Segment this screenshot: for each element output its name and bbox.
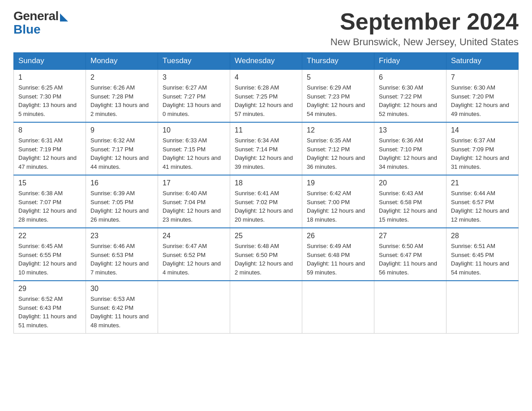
sunrise-label: Sunrise: 6:36 AM <box>379 137 423 144</box>
title-area: September 2024 New Brunswick, New Jersey… <box>330 9 519 48</box>
weekday-header-sunday: Sunday <box>14 53 86 70</box>
sunset-label: Sunset: 7:15 PM <box>163 146 206 153</box>
day-number: 4 <box>235 73 297 81</box>
calendar-cell: 19 Sunrise: 6:42 AM Sunset: 7:00 PM Dayl… <box>302 175 374 228</box>
day-info: Sunrise: 6:28 AM Sunset: 7:25 PM Dayligh… <box>235 83 297 118</box>
calendar-cell: 13 Sunrise: 6:36 AM Sunset: 7:10 PM Dayl… <box>374 122 446 175</box>
day-info: Sunrise: 6:31 AM Sunset: 7:19 PM Dayligh… <box>18 136 81 171</box>
day-number: 15 <box>18 179 81 187</box>
sunset-label: Sunset: 7:10 PM <box>379 146 422 153</box>
sunrise-label: Sunrise: 6:34 AM <box>235 137 279 144</box>
calendar-cell: 22 Sunrise: 6:45 AM Sunset: 6:55 PM Dayl… <box>14 228 86 281</box>
calendar-cell <box>446 281 519 334</box>
calendar-cell: 28 Sunrise: 6:51 AM Sunset: 6:45 PM Dayl… <box>446 228 519 281</box>
day-number: 24 <box>163 232 225 240</box>
calendar-cell: 21 Sunrise: 6:44 AM Sunset: 6:57 PM Dayl… <box>446 175 519 228</box>
calendar-header-row: SundayMondayTuesdayWednesdayThursdayFrid… <box>14 53 519 70</box>
day-info: Sunrise: 6:39 AM Sunset: 7:05 PM Dayligh… <box>90 189 153 224</box>
sunrise-label: Sunrise: 6:43 AM <box>379 190 423 197</box>
calendar-week-row: 8 Sunrise: 6:31 AM Sunset: 7:19 PM Dayli… <box>14 122 519 175</box>
sunset-label: Sunset: 7:07 PM <box>18 199 61 206</box>
day-number: 30 <box>90 285 153 293</box>
calendar-cell <box>158 281 230 334</box>
daylight-label: Daylight: 12 hours and 41 minutes. <box>163 154 221 170</box>
daylight-label: Daylight: 12 hours and 10 minutes. <box>18 260 77 276</box>
daylight-label: Daylight: 12 hours and 34 minutes. <box>379 154 437 170</box>
calendar-cell: 18 Sunrise: 6:41 AM Sunset: 7:02 PM Dayl… <box>230 175 302 228</box>
weekday-header-saturday: Saturday <box>446 53 519 70</box>
daylight-label: Daylight: 12 hours and 12 minutes. <box>451 207 509 223</box>
day-number: 29 <box>18 285 81 293</box>
daylight-label: Daylight: 13 hours and 0 minutes. <box>163 102 221 117</box>
calendar-table: SundayMondayTuesdayWednesdayThursdayFrid… <box>13 52 519 334</box>
sunset-label: Sunset: 7:20 PM <box>451 93 494 100</box>
sunset-label: Sunset: 6:55 PM <box>18 252 61 258</box>
sunset-label: Sunset: 6:53 PM <box>90 252 133 258</box>
calendar-week-row: 22 Sunrise: 6:45 AM Sunset: 6:55 PM Dayl… <box>14 228 519 281</box>
calendar-cell: 1 Sunrise: 6:25 AM Sunset: 7:30 PM Dayli… <box>14 69 86 122</box>
daylight-label: Daylight: 12 hours and 31 minutes. <box>451 154 509 170</box>
calendar-cell: 30 Sunrise: 6:53 AM Sunset: 6:42 PM Dayl… <box>86 281 158 334</box>
day-info: Sunrise: 6:47 AM Sunset: 6:52 PM Dayligh… <box>163 242 225 277</box>
sunset-label: Sunset: 6:57 PM <box>451 199 494 206</box>
sunset-label: Sunset: 7:28 PM <box>90 93 133 100</box>
month-title: September 2024 <box>330 9 519 34</box>
calendar-cell: 17 Sunrise: 6:40 AM Sunset: 7:04 PM Dayl… <box>158 175 230 228</box>
logo-triangle-icon <box>60 13 68 21</box>
sunset-label: Sunset: 7:17 PM <box>90 146 133 153</box>
day-info: Sunrise: 6:53 AM Sunset: 6:42 PM Dayligh… <box>90 295 153 330</box>
sunrise-label: Sunrise: 6:25 AM <box>18 84 63 91</box>
sunset-label: Sunset: 7:27 PM <box>163 93 206 100</box>
sunrise-label: Sunrise: 6:48 AM <box>235 243 279 249</box>
logo: General Blue <box>13 9 68 37</box>
daylight-label: Daylight: 12 hours and 44 minutes. <box>90 154 149 170</box>
day-number: 18 <box>235 179 297 187</box>
day-number: 27 <box>379 232 442 240</box>
day-number: 7 <box>451 73 514 81</box>
sunrise-label: Sunrise: 6:45 AM <box>18 243 63 249</box>
day-number: 28 <box>451 232 514 240</box>
day-number: 5 <box>307 73 369 81</box>
day-info: Sunrise: 6:52 AM Sunset: 6:43 PM Dayligh… <box>18 295 81 330</box>
sunrise-label: Sunrise: 6:50 AM <box>379 243 423 249</box>
day-number: 16 <box>90 179 153 187</box>
calendar-cell <box>302 281 374 334</box>
sunrise-label: Sunrise: 6:42 AM <box>307 190 351 197</box>
calendar-cell: 2 Sunrise: 6:26 AM Sunset: 7:28 PM Dayli… <box>86 69 158 122</box>
sunrise-label: Sunrise: 6:28 AM <box>235 84 279 91</box>
location-title: New Brunswick, New Jersey, United States <box>330 36 519 48</box>
day-number: 19 <box>307 179 369 187</box>
daylight-label: Daylight: 12 hours and 49 minutes. <box>451 102 509 117</box>
day-info: Sunrise: 6:45 AM Sunset: 6:55 PM Dayligh… <box>18 242 81 277</box>
day-number: 12 <box>307 126 369 134</box>
calendar-cell: 7 Sunrise: 6:30 AM Sunset: 7:20 PM Dayli… <box>446 69 519 122</box>
sunset-label: Sunset: 7:14 PM <box>235 146 278 153</box>
day-info: Sunrise: 6:43 AM Sunset: 6:58 PM Dayligh… <box>379 189 442 224</box>
sunset-label: Sunset: 7:09 PM <box>451 146 494 153</box>
sunrise-label: Sunrise: 6:30 AM <box>451 84 495 91</box>
sunrise-label: Sunrise: 6:26 AM <box>90 84 135 91</box>
daylight-label: Daylight: 12 hours and 7 minutes. <box>90 260 149 276</box>
day-info: Sunrise: 6:37 AM Sunset: 7:09 PM Dayligh… <box>451 136 514 171</box>
header: General Blue September 2024 New Brunswic… <box>13 9 519 48</box>
sunset-label: Sunset: 7:22 PM <box>379 93 422 100</box>
day-info: Sunrise: 6:49 AM Sunset: 6:48 PM Dayligh… <box>307 242 369 277</box>
day-info: Sunrise: 6:42 AM Sunset: 7:00 PM Dayligh… <box>307 189 369 224</box>
day-number: 26 <box>307 232 369 240</box>
day-info: Sunrise: 6:50 AM Sunset: 6:47 PM Dayligh… <box>379 242 442 277</box>
day-info: Sunrise: 6:26 AM Sunset: 7:28 PM Dayligh… <box>90 83 153 118</box>
logo-general-text: General <box>13 9 59 23</box>
day-info: Sunrise: 6:36 AM Sunset: 7:10 PM Dayligh… <box>379 136 442 171</box>
sunrise-label: Sunrise: 6:46 AM <box>90 243 135 249</box>
day-info: Sunrise: 6:34 AM Sunset: 7:14 PM Dayligh… <box>235 136 297 171</box>
daylight-label: Daylight: 13 hours and 2 minutes. <box>90 102 149 117</box>
sunrise-label: Sunrise: 6:38 AM <box>18 190 63 197</box>
day-number: 22 <box>18 232 81 240</box>
weekday-header-friday: Friday <box>374 53 446 70</box>
sunset-label: Sunset: 6:50 PM <box>235 252 278 258</box>
sunrise-label: Sunrise: 6:51 AM <box>451 243 495 249</box>
daylight-label: Daylight: 11 hours and 51 minutes. <box>18 313 77 329</box>
sunset-label: Sunset: 6:52 PM <box>163 252 206 258</box>
day-number: 8 <box>18 126 81 134</box>
day-number: 17 <box>163 179 225 187</box>
